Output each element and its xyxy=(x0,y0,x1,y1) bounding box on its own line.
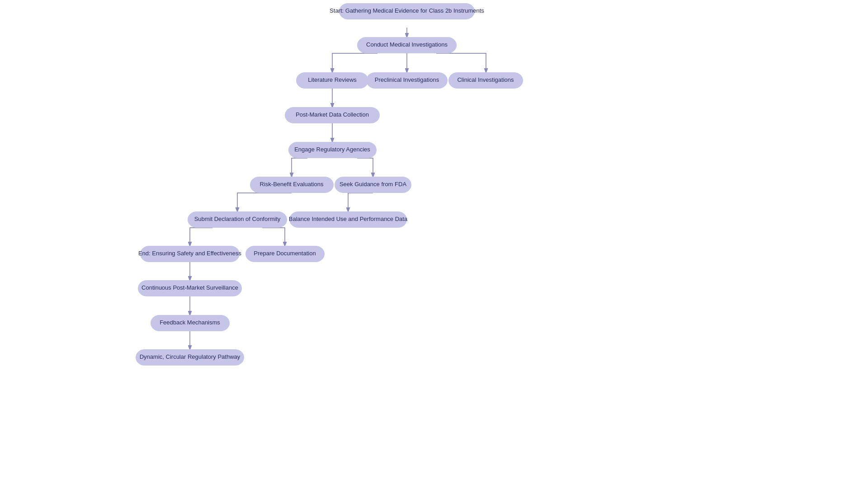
node-start-label: Start: Gathering Medical Evidence for Cl… xyxy=(330,7,484,14)
arrow-submitdecl-endsafety xyxy=(190,228,212,246)
arrow-conduct-literature xyxy=(332,53,377,72)
node-postmarket-label: Post-Market Data Collection xyxy=(296,111,369,118)
node-continuous-label: Continuous Post-Market Surveillance xyxy=(142,284,238,291)
arrow-conduct-clinical xyxy=(436,53,486,72)
node-preclinical-label: Preclinical Investigations xyxy=(375,76,439,83)
node-conduct-label: Conduct Medical Investigations xyxy=(366,41,448,48)
node-balance-label: Balance Intended Use and Performance Dat… xyxy=(289,216,408,222)
arrow-submitdecl-preparedoc xyxy=(262,228,285,246)
arrow-seekguidance-balance xyxy=(348,193,373,211)
node-clinical-label: Clinical Investigations xyxy=(457,76,514,83)
node-literature-label: Literature Reviews xyxy=(308,76,357,83)
node-riskbenefit-label: Risk-Benefit Evaluations xyxy=(260,181,324,188)
node-feedback-label: Feedback Mechanisms xyxy=(160,319,220,326)
node-seekguidance-label: Seek Guidance from FDA xyxy=(340,181,406,188)
flowchart: Start: Gathering Medical Evidence for Cl… xyxy=(0,0,868,488)
arrow-engage-riskbenefit xyxy=(292,158,307,177)
node-dynamic-label: Dynamic, Circular Regulatory Pathway xyxy=(140,353,241,360)
arrow-engage-seekguidance xyxy=(357,158,373,177)
node-submitdecl-label: Submit Declaration of Conformity xyxy=(194,216,281,222)
arrow-riskbenefit-submitdecl xyxy=(237,193,292,211)
node-preparedoc-label: Prepare Documentation xyxy=(254,250,316,257)
node-endsafety-label: End: Ensuring Safety and Effectiveness xyxy=(138,250,242,257)
node-engage-label: Engage Regulatory Agencies xyxy=(294,146,370,153)
